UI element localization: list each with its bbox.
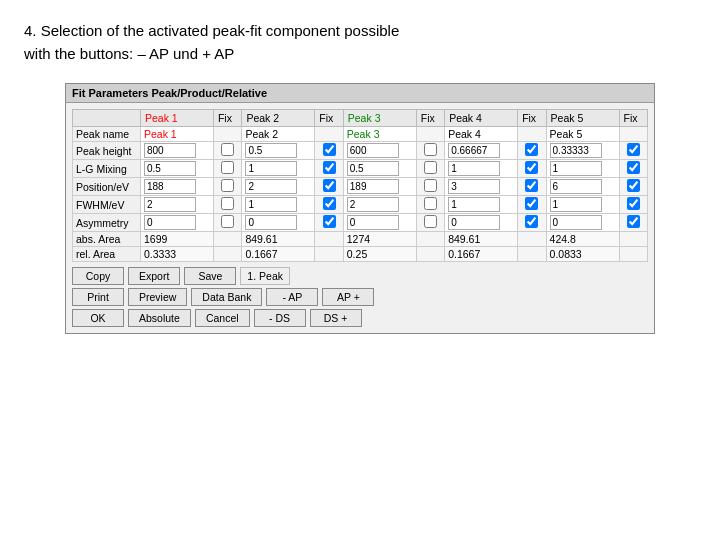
fix-cell-r4-c7[interactable] [518,196,546,214]
minus-ap-button[interactable]: - AP [266,288,318,306]
param-input-r5-c6[interactable] [448,215,500,230]
value-cell-r3-c6[interactable] [445,178,518,196]
fix-cell-r3-c7[interactable] [518,178,546,196]
param-input-r4-c6[interactable] [448,197,500,212]
param-input-r2-c0[interactable] [144,161,196,176]
fix-checkbox-r2-c3[interactable] [323,161,336,174]
value-cell-r5-c4[interactable] [343,214,416,232]
fix-cell-r3-c1[interactable] [213,178,241,196]
fix-cell-r3-c5[interactable] [416,178,444,196]
value-cell-r4-c0[interactable] [141,196,214,214]
databank-button[interactable]: Data Bank [191,288,262,306]
minus-ds-button[interactable]: - DS [254,309,306,327]
fix-cell-r4-c1[interactable] [213,196,241,214]
param-input-r4-c2[interactable] [245,197,297,212]
fix-checkbox-r3-c5[interactable] [424,179,437,192]
fix-checkbox-r1-c9[interactable] [627,143,640,156]
fix-checkbox-r1-c1[interactable] [221,143,234,156]
fix-checkbox-r1-c3[interactable] [323,143,336,156]
fix-checkbox-r5-c9[interactable] [627,215,640,228]
value-cell-r1-c4[interactable] [343,142,416,160]
value-cell-r1-c2[interactable] [242,142,315,160]
fix-checkbox-r2-c7[interactable] [525,161,538,174]
fix-cell-r5-c1[interactable] [213,214,241,232]
value-cell-r2-c8[interactable] [546,160,619,178]
param-input-r1-c4[interactable] [347,143,399,158]
fix-checkbox-r3-c7[interactable] [525,179,538,192]
value-cell-r2-c4[interactable] [343,160,416,178]
export-button[interactable]: Export [128,267,180,285]
value-cell-r5-c2[interactable] [242,214,315,232]
value-cell-r1-c0[interactable] [141,142,214,160]
fix-cell-r4-c3[interactable] [315,196,343,214]
param-input-r3-c2[interactable] [245,179,297,194]
param-input-r4-c4[interactable] [347,197,399,212]
param-input-r4-c8[interactable] [550,197,602,212]
fix-cell-r2-c1[interactable] [213,160,241,178]
fix-checkbox-r1-c5[interactable] [424,143,437,156]
value-cell-r5-c8[interactable] [546,214,619,232]
param-input-r2-c2[interactable] [245,161,297,176]
value-cell-r4-c2[interactable] [242,196,315,214]
fix-checkbox-r5-c7[interactable] [525,215,538,228]
fix-cell-r2-c3[interactable] [315,160,343,178]
value-cell-r3-c4[interactable] [343,178,416,196]
fix-cell-r3-c3[interactable] [315,178,343,196]
ok-button[interactable]: OK [72,309,124,327]
param-input-r2-c6[interactable] [448,161,500,176]
value-cell-r4-c4[interactable] [343,196,416,214]
param-input-r5-c4[interactable] [347,215,399,230]
value-cell-r2-c0[interactable] [141,160,214,178]
fix-checkbox-r3-c3[interactable] [323,179,336,192]
fix-cell-r1-c3[interactable] [315,142,343,160]
fix-cell-r2-c5[interactable] [416,160,444,178]
preview-button[interactable]: Preview [128,288,187,306]
fix-cell-r2-c7[interactable] [518,160,546,178]
value-cell-r4-c8[interactable] [546,196,619,214]
fix-cell-r2-c9[interactable] [619,160,647,178]
param-input-r3-c8[interactable] [550,179,602,194]
fix-checkbox-r3-c1[interactable] [221,179,234,192]
fix-checkbox-r4-c9[interactable] [627,197,640,210]
param-input-r3-c4[interactable] [347,179,399,194]
param-input-r4-c0[interactable] [144,197,196,212]
param-input-r3-c0[interactable] [144,179,196,194]
value-cell-r5-c6[interactable] [445,214,518,232]
fix-checkbox-r2-c5[interactable] [424,161,437,174]
save-button[interactable]: Save [184,267,236,285]
fix-cell-r1-c9[interactable] [619,142,647,160]
fix-cell-r4-c5[interactable] [416,196,444,214]
cancel-button[interactable]: Cancel [195,309,250,327]
fix-checkbox-r5-c1[interactable] [221,215,234,228]
value-cell-r3-c0[interactable] [141,178,214,196]
fix-checkbox-r5-c3[interactable] [323,215,336,228]
fix-cell-r5-c5[interactable] [416,214,444,232]
param-input-r1-c2[interactable] [245,143,297,158]
fix-checkbox-r4-c5[interactable] [424,197,437,210]
print-button[interactable]: Print [72,288,124,306]
value-cell-r2-c2[interactable] [242,160,315,178]
fix-checkbox-r3-c9[interactable] [627,179,640,192]
value-cell-r2-c6[interactable] [445,160,518,178]
value-cell-r4-c6[interactable] [445,196,518,214]
fix-cell-r5-c3[interactable] [315,214,343,232]
value-cell-r5-c0[interactable] [141,214,214,232]
value-cell-r3-c2[interactable] [242,178,315,196]
plus-ap-button[interactable]: AP + [322,288,374,306]
fix-cell-r5-c9[interactable] [619,214,647,232]
fix-cell-r4-c9[interactable] [619,196,647,214]
fix-cell-r3-c9[interactable] [619,178,647,196]
copy-button[interactable]: Copy [72,267,124,285]
fix-cell-r5-c7[interactable] [518,214,546,232]
param-input-r1-c0[interactable] [144,143,196,158]
fix-cell-r1-c1[interactable] [213,142,241,160]
fix-checkbox-r1-c7[interactable] [525,143,538,156]
param-input-r5-c2[interactable] [245,215,297,230]
absolute-button[interactable]: Absolute [128,309,191,327]
fix-checkbox-r4-c1[interactable] [221,197,234,210]
fix-checkbox-r2-c1[interactable] [221,161,234,174]
value-cell-r3-c8[interactable] [546,178,619,196]
fix-checkbox-r4-c3[interactable] [323,197,336,210]
param-input-r2-c4[interactable] [347,161,399,176]
fix-cell-r1-c7[interactable] [518,142,546,160]
